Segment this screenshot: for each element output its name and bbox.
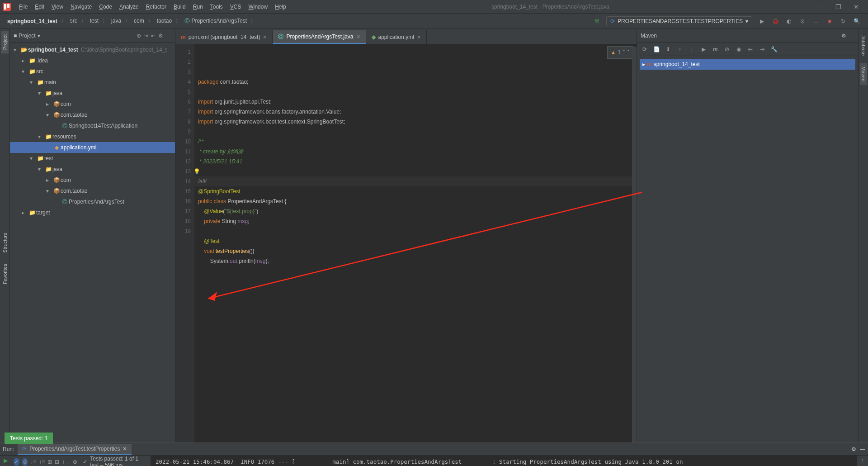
expand-icon[interactable]: ⇥ — [144, 33, 148, 39]
tree-node-com[interactable]: ▸📦com — [10, 175, 175, 185]
maven-expand-icon[interactable]: ⇥ — [757, 44, 767, 54]
update-button[interactable]: ↻ — [838, 16, 849, 27]
maven-add-icon[interactable]: ＋ — [675, 44, 685, 54]
maven-project-node[interactable]: ▸m springboot_14_test — [640, 59, 855, 70]
run-settings-icon[interactable]: ⚙ — [851, 446, 856, 452]
rerun-button[interactable]: ▶ — [4, 457, 8, 464]
maven-offline-icon[interactable]: ◉ — [734, 44, 744, 54]
menu-analyze[interactable]: Analyze — [116, 2, 142, 12]
minimize-button[interactable]: ─ — [811, 3, 829, 10]
maven-reload-icon[interactable]: ⟳ — [640, 44, 650, 54]
menu-vcs[interactable]: VCS — [226, 2, 245, 12]
attach-button[interactable]: … — [811, 16, 821, 27]
project-view-selector[interactable]: ■Project▾ — [14, 33, 40, 39]
breadcrumb-src[interactable]: src — [67, 17, 80, 25]
coverage-button[interactable]: ◐ — [783, 16, 794, 27]
code-editor[interactable]: 1234567891011🍃12▶1314151617▶1819 ▲1 ˄˅ p… — [175, 44, 637, 442]
settings-icon[interactable]: ⚙ — [158, 33, 163, 39]
expand-all-icon[interactable]: ⊞ — [47, 459, 52, 465]
tree-node-main[interactable]: ▾📁main — [10, 77, 175, 88]
tree-node-test[interactable]: ▾📁test — [10, 153, 175, 164]
next-icon[interactable]: ↓ — [67, 459, 70, 465]
breadcrumb-PropertiesAndArgsTest[interactable]: Ⓒ PropertiesAndArgsTest — [182, 17, 250, 25]
search-icon[interactable]: 🔍 — [851, 16, 862, 27]
database-tool-tab[interactable]: Database — [860, 31, 867, 59]
prev-icon[interactable]: ↑ — [62, 459, 65, 465]
profile-button[interactable]: ⊙ — [797, 16, 808, 27]
run-hide-icon[interactable]: — — [860, 446, 865, 452]
editor-tab[interactable]: ⒸPropertiesAndArgsTest.java✕ — [273, 30, 366, 44]
tree-node-java[interactable]: ▾📁java — [10, 88, 175, 99]
inspection-widget[interactable]: ▲1 ˄˅ — [607, 46, 633, 59]
breadcrumb-com[interactable]: com — [131, 17, 147, 25]
menu-help[interactable]: Help — [271, 2, 290, 12]
breadcrumb-test[interactable]: test — [87, 17, 101, 25]
tree-node-com[interactable]: ▸📦com — [10, 99, 175, 109]
tree-node-target[interactable]: ▸📁target — [10, 207, 175, 218]
run-console[interactable]: 2022-05-21 15:46:04.867 INFO 17076 --- [… — [151, 456, 857, 466]
editor-tab[interactable]: ◆application.yml✕ — [366, 30, 427, 44]
maximize-button[interactable]: ❐ — [829, 3, 847, 10]
editor-tab[interactable]: mpom.xml (springboot_14_test)✕ — [175, 30, 273, 44]
code-content[interactable]: ▲1 ˄˅ package com.taotao; import org.jun… — [194, 44, 637, 442]
menu-tools[interactable]: Tools — [207, 2, 226, 12]
maven-skip-icon[interactable]: ⊘ — [722, 44, 732, 54]
hide-icon[interactable]: — — [166, 33, 171, 39]
tree-node-resources[interactable]: ▾📁resources — [10, 131, 175, 142]
maven-collapse-icon[interactable]: ⇤ — [745, 44, 755, 54]
tree-node-com.taotao[interactable]: ▾📦com.taotao — [10, 109, 175, 120]
debug-button[interactable]: 🐞 — [770, 16, 781, 27]
tree-node-Springboot14TestApplication[interactable]: ⒸSpringboot14TestApplication — [10, 120, 175, 131]
breadcrumb-root[interactable]: springboot_14_test — [5, 17, 60, 25]
menu-refactor[interactable]: Refactor — [142, 2, 170, 12]
menu-code[interactable]: Code — [95, 2, 116, 12]
menu-file[interactable]: File — [15, 2, 31, 12]
menu-edit[interactable]: Edit — [31, 2, 48, 12]
breadcrumb-taotao[interactable]: taotao — [154, 17, 175, 25]
ignored-filter-icon[interactable]: ⊘ — [22, 458, 28, 466]
tree-node-java[interactable]: ▾📁java — [10, 164, 175, 175]
maven-tree[interactable]: ▸m springboot_14_test — [637, 56, 858, 72]
editor-gutter[interactable]: 1234567891011🍃12▶1314151617▶1819 — [175, 44, 194, 442]
sort-icon[interactable]: ↓≡ — [30, 459, 36, 465]
structure-tool-tab[interactable]: Structure — [1, 229, 9, 257]
close-button[interactable]: ✕ — [847, 3, 865, 10]
project-tree[interactable]: ▾📂 springboot_14_test C:\idea\SpringBoot… — [10, 43, 175, 442]
maven-run-icon[interactable]: ▶ — [698, 44, 708, 54]
export-icon[interactable]: ⊕ — [73, 459, 77, 465]
maven-download-icon[interactable]: ⬇ — [663, 44, 673, 54]
tree-node-src[interactable]: ▾📁src — [10, 66, 175, 77]
tree-node-.idea[interactable]: ▸📁.idea — [10, 55, 175, 66]
menu-navigate[interactable]: Navigate — [67, 2, 95, 12]
maven-m-icon[interactable]: m — [710, 44, 720, 54]
project-tool-tab[interactable]: Project — [1, 31, 9, 53]
locate-icon[interactable]: ⊕ — [137, 33, 141, 39]
favorites-tool-tab[interactable]: Favorites — [1, 260, 9, 288]
close-icon[interactable]: ✕ — [123, 446, 127, 452]
maven-tool-tab[interactable]: Maven — [860, 63, 867, 85]
breadcrumb-java[interactable]: java — [108, 17, 124, 25]
maven-generate-icon[interactable]: 📄 — [651, 44, 661, 54]
collapse-all-icon[interactable]: ⊟ — [55, 459, 59, 465]
tree-node-application.yml[interactable]: ◆application.yml — [10, 142, 175, 153]
run-button[interactable]: ▶ — [756, 16, 767, 27]
menu-view[interactable]: View — [48, 2, 67, 12]
run-config-selector[interactable]: ⟳ PROPERTIESANDARGSTEST.TESTPROPERTIES ▾ — [606, 16, 752, 26]
build-icon[interactable]: ⚒ — [591, 16, 602, 27]
menu-build[interactable]: Build — [170, 2, 189, 12]
tree-node-PropertiesAndArgsTest[interactable]: ⒸPropertiesAndArgsTest — [10, 196, 175, 207]
stop-button[interactable]: ■ — [824, 16, 835, 27]
maven-tool-icon[interactable]: 🔧 — [769, 44, 779, 54]
editor-scrollbar[interactable] — [632, 47, 637, 442]
menu-window[interactable]: Window — [245, 2, 271, 12]
project-root-node[interactable]: ▾📂 springboot_14_test C:\idea\SpringBoot… — [10, 44, 175, 55]
maven-hide-icon[interactable]: — — [849, 33, 854, 39]
passed-filter-icon[interactable]: ✓ — [14, 458, 19, 466]
collapse-icon[interactable]: ⇤ — [151, 33, 156, 39]
run-tab[interactable]: ⟳ PropertiesAndArgsTest.testProperties ✕ — [18, 444, 132, 455]
sort2-icon[interactable]: ↑≡ — [39, 459, 45, 465]
menu-run[interactable]: Run — [189, 2, 207, 12]
maven-settings-icon[interactable]: ⚙ — [841, 33, 846, 39]
tree-node-com.taotao[interactable]: ▾📦com.taotao — [10, 185, 175, 196]
up-icon[interactable]: ↑ — [861, 457, 864, 464]
